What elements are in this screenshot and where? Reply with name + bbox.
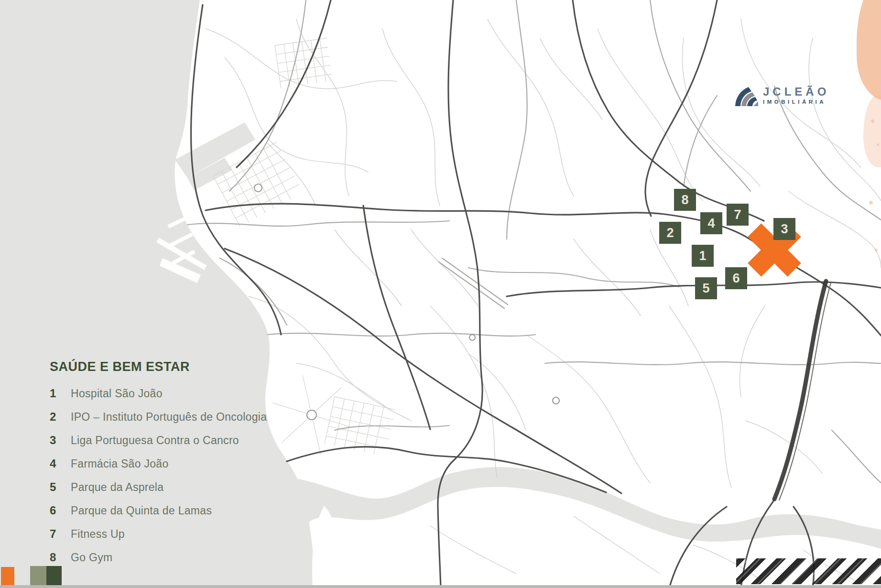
legend-item: 1Hospital São João [50,387,279,410]
map-page: 87423165 JCLEÃO IMOBILIÁRIA SAÚDE E BEM … [0,0,881,588]
map-marker-4: 4 [700,212,722,234]
legend-item: 8Go Gym [50,551,279,574]
highlight-dot [869,201,873,205]
highlight-dot [875,249,878,251]
logo-arcs-icon [734,86,758,108]
legend-item: 6Parque da Quinta de Lamas [50,504,279,527]
palette-swatch-orange [1,567,14,586]
legend-item-label: Parque da Quinta de Lamas [71,504,212,517]
legend-item-number: 5 [50,480,61,494]
legend-item-label: Hospital São João [71,387,163,400]
company-logo: JCLEÃO IMOBILIÁRIA [734,86,829,108]
highlight-dot [877,143,879,146]
legend-item-label: Fitness Up [71,528,125,541]
legend-item-number: 8 [50,551,61,564]
legend-item: 3Liga Portuguesa Contra o Cancro [50,434,279,457]
map-marker-7: 7 [727,204,749,226]
map-marker-2: 2 [659,222,681,244]
legend-panel: SAÚDE E BEM ESTAR 1Hospital São João2IPO… [50,359,279,574]
page-bottom-strip [0,585,881,588]
palette-swatch-sage-green [30,566,46,586]
map-marker-5: 5 [695,277,717,299]
legend-item: 2IPO – Instituto Português de Oncologia [50,410,279,434]
legend-item-number: 2 [50,410,61,424]
legend-title: SAÚDE E BEM ESTAR [50,359,279,374]
legend-item-label: Farmácia São João [71,457,169,470]
legend-item: 4Farmácia São João [50,457,279,480]
highlight-dot [871,120,874,123]
logo-name: JCLEÃO [763,86,829,98]
legend-item-label: Parque da Asprela [71,481,163,494]
map-marker-1: 1 [692,245,714,267]
legend-item: 5Parque da Asprela [50,480,279,504]
legend-item: 7Fitness Up [50,527,279,551]
logo-subtitle: IMOBILIÁRIA [763,99,829,105]
legend-item-number: 3 [50,434,61,447]
legend-item-number: 1 [50,387,61,400]
legend-item-label: Go Gym [71,551,112,564]
map-marker-3: 3 [773,218,795,240]
legend-item-label: IPO – Instituto Português de Oncologia [71,411,267,424]
legend-item-number: 4 [50,457,61,470]
legend-item-label: Liga Portuguesa Contra o Cancro [71,434,239,447]
legend-item-number: 7 [50,527,61,541]
map-marker-8: 8 [674,189,696,211]
map-marker-6: 6 [725,267,747,289]
hazard-stripes-decoration [736,558,881,584]
legend-list: 1Hospital São João2IPO – Instituto Portu… [50,387,279,574]
palette-swatch-dark-green [46,566,62,586]
legend-item-number: 6 [50,504,61,517]
